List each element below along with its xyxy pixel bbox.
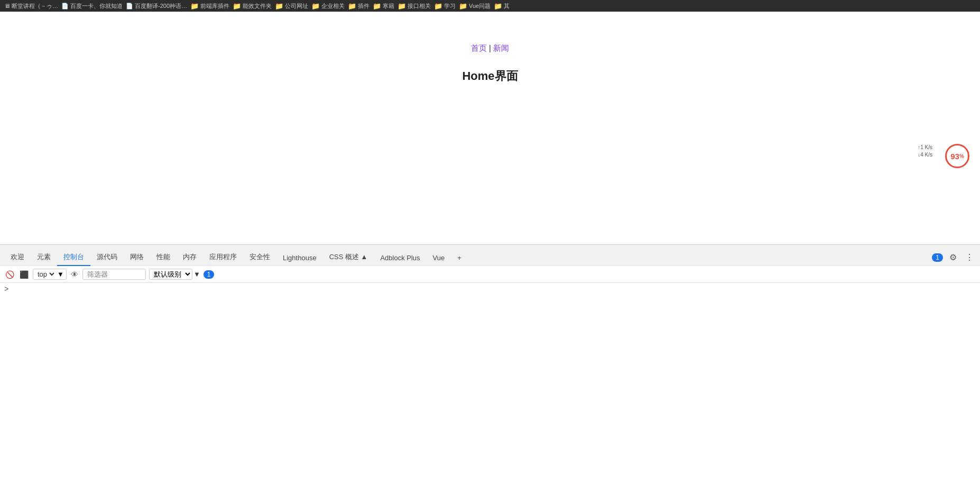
- folder-item-6[interactable]: 📁 寒籍: [373, 2, 394, 10]
- folder-item-8[interactable]: 📁 学习: [434, 2, 456, 10]
- devtools-toolbar: 🚫 ⬛ top ▼ 👁 默认级别 ▼ 1: [0, 266, 980, 283]
- nav-home-link[interactable]: 首页: [471, 43, 487, 53]
- score-value: 93: [950, 152, 959, 161]
- tab-elements[interactable]: 元素: [31, 249, 57, 266]
- tab-performance[interactable]: 性能: [150, 249, 177, 266]
- browser-topbar: 🖥 断堂讲程（－ゥ… 📄 百度一卡、你就知道 📄 百度翻译-200种语… 📁 前…: [0, 0, 980, 12]
- folder-item-4[interactable]: 📁 企业相关: [311, 2, 345, 10]
- devtools-tabs-right: 1 ⚙ ⋮: [932, 251, 976, 266]
- nav-news-link[interactable]: 新闻: [493, 43, 509, 53]
- message-count-badge: 1: [204, 270, 215, 279]
- folder-item-10[interactable]: 📁 其: [494, 2, 510, 10]
- folder-icon-6: 📁: [373, 2, 381, 10]
- level-dropdown-icon: ▼: [193, 270, 200, 278]
- tab-application[interactable]: 应用程序: [203, 249, 243, 266]
- console-prompt-arrow[interactable]: >: [4, 285, 8, 294]
- tab-memory[interactable]: 内存: [177, 249, 203, 266]
- bookmark-icon-2: 📄: [126, 3, 133, 10]
- tab-console[interactable]: 控制台: [57, 249, 90, 266]
- tab-item: 🖥 断堂讲程（－ゥ…: [4, 2, 58, 10]
- folder-item-3[interactable]: 📁 公司网址: [275, 2, 308, 10]
- tab-network[interactable]: 网络: [124, 249, 150, 266]
- devtools-tabs-bar: 欢迎 元素 控制台 源代码 网络 性能 内存 应用程序 安全性 Lighthou…: [0, 245, 980, 266]
- eye-button[interactable]: 👁: [70, 269, 79, 280]
- log-level-selector[interactable]: 默认级别 ▼: [149, 269, 200, 280]
- bookmark-item-1[interactable]: 📄 百度一卡、你就知道: [61, 2, 123, 10]
- network-speed-widget: ↑1 K/s ↓4 K/s: [918, 144, 932, 159]
- devtools-console: >: [0, 283, 980, 473]
- page-navigation: 首页 | 新闻: [471, 43, 509, 53]
- bookmark-item-2[interactable]: 📄 百度翻译-200种语…: [126, 2, 187, 10]
- log-level-select[interactable]: 默认级别: [149, 269, 192, 280]
- folder-icon-2: 📁: [233, 2, 241, 10]
- page-title: Home界面: [462, 68, 517, 84]
- tab-icon: 🖥: [4, 3, 10, 9]
- nav-separator: |: [489, 43, 491, 53]
- folder-icon-1: 📁: [190, 2, 199, 10]
- folder-icon-8: 📁: [434, 2, 442, 10]
- settings-button[interactable]: ⚙: [947, 251, 959, 263]
- more-button[interactable]: ⋮: [963, 251, 976, 263]
- tab-vue[interactable]: Vue: [427, 251, 451, 266]
- tab-welcome[interactable]: 欢迎: [4, 249, 31, 266]
- folder-icon-4: 📁: [311, 2, 320, 10]
- upload-speed: ↑1 K/s: [918, 144, 932, 151]
- score-unit: %: [959, 153, 964, 159]
- context-select[interactable]: top: [35, 270, 56, 279]
- tab-security[interactable]: 安全性: [243, 249, 276, 266]
- download-speed: ↓4 K/s: [918, 151, 932, 159]
- folder-item-9[interactable]: 📁 Vue问题: [459, 2, 491, 10]
- folder-icon-3: 📁: [275, 2, 283, 10]
- tab-adblock[interactable]: Adblock Plus: [374, 251, 426, 266]
- score-circle: 93%: [945, 144, 969, 168]
- tab-sources[interactable]: 源代码: [90, 249, 124, 266]
- folder-item-2[interactable]: 📁 能效文件夹: [233, 2, 272, 10]
- folder-item-5[interactable]: 📁 插件: [348, 2, 369, 10]
- folder-item-7[interactable]: 📁 接口相关: [397, 2, 431, 10]
- folder-icon-10: 📁: [494, 2, 502, 10]
- folder-icon-7: 📁: [397, 2, 406, 10]
- show-sidebar-button[interactable]: ⬛: [19, 269, 30, 280]
- clear-console-button[interactable]: 🚫: [4, 269, 15, 280]
- error-badge: 1: [932, 253, 943, 262]
- tab-lighthouse[interactable]: Lighthouse: [276, 251, 323, 266]
- filter-input[interactable]: [82, 269, 146, 280]
- webpage-content: 首页 | 新闻 Home界面 ↑1 K/s ↓4 K/s 93%: [0, 12, 980, 244]
- dropdown-arrow-icon: ▼: [57, 270, 64, 278]
- folder-icon-9: 📁: [459, 2, 467, 10]
- tab-css-overview[interactable]: CSS 概述 ▲: [323, 249, 374, 266]
- folder-item-1[interactable]: 📁 前端库插件: [190, 2, 229, 10]
- bookmark-icon: 📄: [61, 3, 69, 10]
- folder-icon-5: 📁: [348, 2, 356, 10]
- devtools-panel: 欢迎 元素 控制台 源代码 网络 性能 内存 应用程序 安全性 Lighthou…: [0, 244, 980, 473]
- tab-add[interactable]: +: [451, 251, 468, 266]
- context-selector[interactable]: top ▼: [33, 269, 67, 280]
